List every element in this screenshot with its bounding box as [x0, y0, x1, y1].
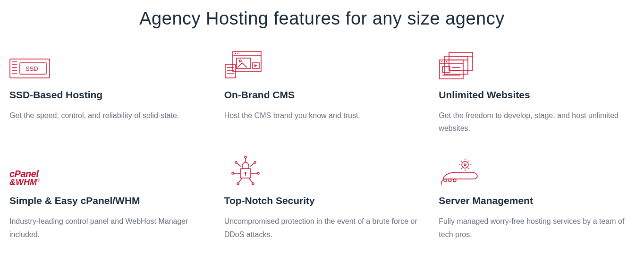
svg-point-47 [235, 162, 237, 163]
feature-desc: Fully managed worry-free hosting service… [439, 215, 635, 240]
svg-line-46 [237, 163, 241, 167]
feature-websites: Unlimited Websites Get the freedom to de… [439, 52, 635, 135]
feature-security: Top-Notch Security Uncompromised protect… [224, 158, 420, 240]
feature-title: SSD-Based Hosting [9, 89, 205, 101]
svg-point-45 [252, 183, 254, 185]
cpanel-icon: cPanel &WHM® [9, 158, 205, 187]
svg-line-57 [468, 161, 469, 162]
svg-point-10 [235, 53, 236, 54]
svg-rect-12 [237, 58, 251, 68]
svg-point-51 [464, 164, 466, 166]
svg-point-39 [232, 172, 234, 174]
ssd-icon: SSD [9, 52, 205, 81]
svg-text:SSD: SSD [25, 65, 38, 72]
security-icon [224, 158, 420, 187]
feature-management: Server Management Fully managed worry-fr… [439, 158, 635, 240]
svg-line-48 [250, 163, 254, 167]
svg-rect-24 [440, 60, 463, 79]
feature-title: Server Management [439, 195, 635, 206]
svg-point-27 [444, 61, 445, 62]
feature-desc: Host the CMS brand you know and trust. [224, 109, 420, 122]
svg-point-41 [257, 172, 259, 174]
page-title: Agency Hosting features for any size age… [0, 8, 644, 29]
svg-point-43 [237, 183, 239, 185]
svg-point-37 [245, 156, 246, 158]
feature-ssd: SSD SSD-Based Hosting Get the speed, con… [9, 52, 205, 135]
svg-line-44 [249, 178, 253, 183]
feature-desc: Get the freedom to develop, stage, and h… [439, 109, 635, 135]
feature-title: On-Brand CMS [224, 89, 420, 101]
feature-title: Unlimited Websites [439, 89, 635, 101]
feature-cms: On-Brand CMS Host the CMS brand you know… [224, 52, 420, 135]
svg-marker-15 [254, 64, 257, 67]
management-icon [439, 158, 635, 187]
features-grid: SSD SSD-Based Hosting Get the speed, con… [0, 29, 644, 241]
svg-line-59 [468, 168, 469, 169]
websites-icon [439, 52, 635, 81]
svg-point-28 [446, 61, 447, 62]
svg-rect-22 [444, 56, 468, 74]
svg-point-50 [462, 162, 468, 168]
cms-icon [224, 52, 420, 81]
svg-point-11 [237, 53, 238, 54]
feature-cpanel: cPanel &WHM® Simple & Easy cPanel/WHM In… [9, 158, 205, 240]
svg-line-56 [461, 161, 462, 162]
feature-desc: Uncompromised protection in the event of… [224, 215, 420, 240]
svg-point-26 [441, 61, 442, 62]
svg-line-58 [461, 168, 462, 169]
feature-desc: Get the speed, control, and reliability … [9, 109, 205, 122]
feature-title: Simple & Easy cPanel/WHM [9, 195, 205, 206]
svg-point-49 [254, 162, 256, 163]
feature-title: Top-Notch Security [224, 195, 420, 206]
svg-line-42 [238, 178, 242, 183]
svg-point-13 [239, 60, 241, 62]
feature-desc: Industry-leading control panel and WebHo… [9, 215, 205, 240]
